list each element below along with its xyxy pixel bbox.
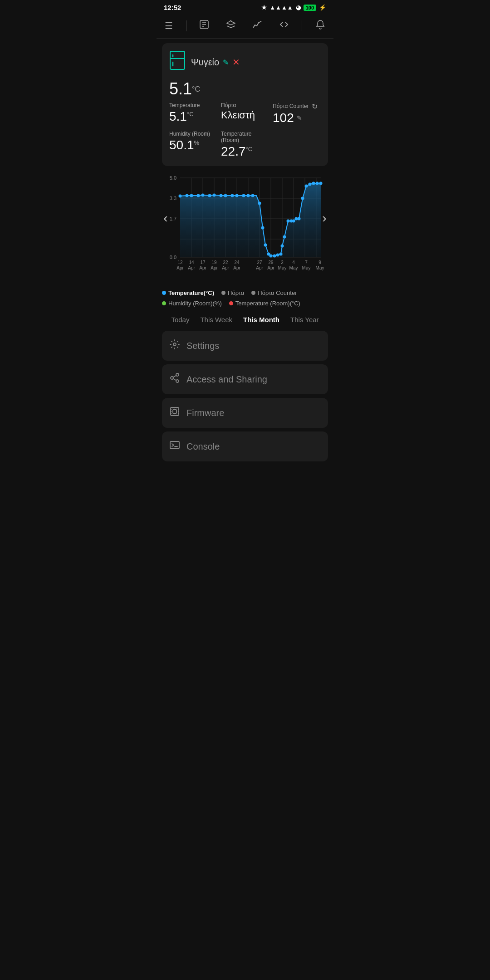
firmware-menu-item[interactable]: Firmware (162, 398, 328, 428)
svg-point-55 (298, 217, 301, 220)
wifi-icon: ◕ (296, 4, 301, 11)
legend-label-room-temp: Temperature (Room)(°C) (235, 300, 300, 307)
svg-point-60 (316, 182, 319, 185)
svg-text:‹: ‹ (163, 211, 167, 225)
svg-point-59 (312, 182, 315, 185)
room-temp-label: Temperature (Room) (221, 131, 269, 143)
svg-text:24: 24 (234, 260, 240, 265)
main-temp-unit: °C (192, 85, 200, 93)
bluetooth-icon: ★ (261, 4, 267, 11)
humidity-sensor: Humidity (Room) 50.1% (169, 131, 217, 159)
counter-value: 102 (273, 111, 294, 125)
porta-sensor: Πόρτα Κλειστή (221, 102, 269, 125)
legend-porta-counter: Πόρτα Counter (251, 289, 297, 296)
chart-legend: Temperature(°C) Πόρτα Πόρτα Counter Humi… (162, 289, 328, 307)
svg-text:5.0: 5.0 (170, 175, 176, 181)
layers-icon[interactable] (222, 18, 240, 34)
access-sharing-label: Access and Sharing (186, 374, 267, 385)
settings-menu-item[interactable]: Settings (162, 331, 328, 361)
device-name-block: Ψυγείο ✎ ✕ (191, 57, 321, 68)
svg-text:Apr: Apr (211, 265, 218, 270)
time: 12:52 (164, 4, 181, 11)
svg-point-45 (270, 255, 273, 258)
svg-point-37 (235, 194, 239, 197)
temperature-sensor: Temperature 5.1°C (169, 102, 217, 125)
temperature-value: 5.1°C (169, 109, 217, 124)
nav-divider-1 (186, 20, 186, 31)
access-sharing-menu-item[interactable]: Access and Sharing (162, 364, 328, 394)
svg-point-33 (213, 194, 216, 197)
svg-text:17: 17 (200, 260, 206, 265)
svg-rect-1 (170, 51, 185, 69)
svg-text:Apr: Apr (233, 265, 240, 270)
device-delete-icon[interactable]: ✕ (232, 57, 240, 68)
legend-label-porta: Πόρτα (228, 289, 244, 296)
svg-point-88 (173, 343, 176, 346)
svg-text:May: May (302, 265, 311, 270)
svg-point-51 (287, 220, 290, 223)
firmware-icon (169, 406, 180, 420)
porta-value: Κλειστή (221, 109, 269, 121)
console-label: Console (186, 441, 220, 452)
device-edit-icon[interactable]: ✎ (223, 58, 229, 67)
device-header: Ψυγείο ✎ ✕ (169, 50, 321, 74)
firmware-label: Firmware (186, 408, 224, 418)
svg-text:19: 19 (211, 260, 217, 265)
nav-divider-2 (302, 20, 302, 31)
counter-sensor: Πόρτα Counter ↻ 102 ✎ (273, 102, 321, 125)
status-bar: 12:52 ★ ▲▲▲▲ ◕ 100 ⚡ (157, 0, 333, 13)
svg-text:Apr: Apr (267, 265, 274, 270)
temperature-label: Temperature (169, 102, 217, 108)
svg-point-27 (179, 195, 182, 198)
svg-text:Apr: Apr (256, 265, 263, 270)
legend-room-temp: Temperature (Room)(°C) (229, 300, 300, 307)
sensor-grid: Temperature 5.1°C Πόρτα Κλειστή Πόρτα Co… (169, 102, 321, 159)
svg-point-91 (176, 380, 179, 382)
filter-this-month[interactable]: This Month (243, 314, 279, 325)
chart-icon[interactable] (249, 18, 266, 34)
console-menu-item[interactable]: Console (162, 431, 328, 461)
svg-point-31 (201, 194, 205, 197)
svg-text:May: May (278, 265, 287, 270)
filter-this-year[interactable]: This Year (290, 314, 319, 325)
chart-svg: 5.0 3.3 1.7 0.0 (162, 173, 328, 282)
filter-today[interactable]: Today (171, 314, 189, 325)
counter-value-row: 102 ✎ (273, 111, 321, 125)
svg-point-61 (319, 182, 323, 185)
svg-text:May: May (316, 265, 324, 270)
counter-label: Πόρτα Counter (273, 103, 309, 109)
svg-text:27: 27 (257, 260, 262, 265)
svg-text:Apr: Apr (176, 265, 184, 270)
svg-rect-94 (171, 407, 179, 416)
svg-text:3.3: 3.3 (170, 196, 176, 201)
chart-svg-wrap: 5.0 3.3 1.7 0.0 (162, 173, 328, 284)
code-icon[interactable] (275, 18, 293, 34)
filter-this-week[interactable]: This Week (200, 314, 232, 325)
porta-label: Πόρτα (221, 102, 269, 108)
svg-point-29 (190, 194, 193, 197)
svg-point-43 (264, 244, 267, 247)
svg-point-48 (279, 253, 283, 256)
legend-humidity: Humidity (Room)(%) (162, 300, 222, 307)
svg-text:12: 12 (177, 260, 183, 265)
chart-container: 5.0 3.3 1.7 0.0 (162, 173, 328, 284)
svg-point-90 (171, 377, 173, 379)
legend-porta: Πόρτα (221, 289, 244, 296)
svg-text:4: 4 (292, 260, 295, 265)
bell-icon[interactable] (312, 18, 329, 34)
svg-point-47 (276, 254, 279, 257)
room-temp-sensor: Temperature (Room) 22.7°C (221, 131, 269, 159)
counter-refresh-icon[interactable]: ↻ (312, 102, 318, 111)
device-icon[interactable] (196, 18, 213, 34)
menu-icon[interactable]: ☰ (161, 19, 176, 33)
svg-point-54 (295, 217, 298, 220)
svg-text:Apr: Apr (222, 265, 229, 270)
share-icon (169, 372, 180, 386)
console-icon (169, 440, 180, 453)
svg-point-39 (247, 194, 250, 197)
counter-edit-icon[interactable]: ✎ (297, 114, 302, 122)
legend-label-humidity: Humidity (Room)(%) (168, 300, 222, 307)
legend-dot-porta (221, 291, 225, 295)
svg-text:14: 14 (189, 260, 194, 265)
svg-point-30 (197, 194, 200, 197)
